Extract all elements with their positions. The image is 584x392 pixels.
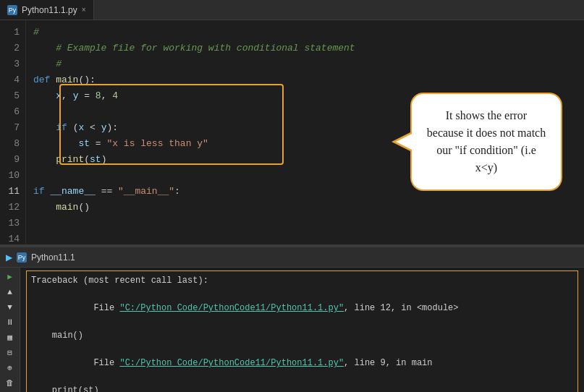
traceback-file2-label: File xyxy=(83,358,119,368)
traceback-header: Traceback (most recent call last): xyxy=(31,274,573,288)
line-num-1: 1 xyxy=(7,25,20,41)
line-numbers: 1 2 3 4 5 6 7 8 9 10 11 12 13 14 xyxy=(0,20,26,244)
run-up-button[interactable]: ▲ xyxy=(3,286,17,298)
line-num-9: 9 xyxy=(7,152,20,168)
code-line-2: # Example file for working with conditio… xyxy=(26,41,584,56)
run-panel: ▶ Py Python11.1 ▶ ▲ ▼ ⏸ ▦ ⊟ ⊕ 🗑 "C:\User… xyxy=(0,247,584,392)
line-num-3: 3 xyxy=(7,56,20,72)
run-pause-button[interactable]: ⏸ xyxy=(3,316,17,328)
error-output-box: Traceback (most recent call last): File … xyxy=(26,270,578,392)
tab-bar: Py Python11.1.py × xyxy=(0,0,584,20)
code-line-13 xyxy=(26,216,584,231)
code-line-4: def main(): xyxy=(26,72,584,88)
traceback-file1-rest: , line 12, in <module> xyxy=(344,303,458,313)
tab-label: Python11.1.py xyxy=(22,5,77,15)
run-module-label: Python11.1 xyxy=(31,252,75,263)
line-num-10: 10 xyxy=(7,168,20,184)
tab-close-button[interactable]: × xyxy=(82,6,86,14)
run-plus-button[interactable]: ⊕ xyxy=(3,362,17,374)
run-play-icon: ▶ xyxy=(6,252,12,263)
speech-bubble-text: It shows the error because it does not m… xyxy=(427,109,546,174)
python-file-tab[interactable]: Py Python11.1.py × xyxy=(0,0,94,20)
line-num-12: 12 xyxy=(7,200,20,216)
run-grid-button[interactable]: ▦ xyxy=(3,331,17,344)
run-title: ▶ Py Python11.1 xyxy=(6,252,75,263)
line-num-11: 11 xyxy=(7,184,20,200)
code-line-14 xyxy=(26,231,584,244)
run-header: ▶ Py Python11.1 xyxy=(0,247,584,268)
line-num-5: 5 xyxy=(7,88,20,104)
run-content: ▶ ▲ ▼ ⏸ ▦ ⊟ ⊕ 🗑 "C:\Users\DK\Desktop\Pyt… xyxy=(0,268,584,392)
line-num-7: 7 xyxy=(7,120,20,136)
traceback-main-call: main() xyxy=(31,329,573,343)
run-python-icon: Py xyxy=(17,252,27,263)
line-num-14: 14 xyxy=(7,231,20,244)
run-output: "C:\Users\DK\Desktop\Python code\Python … xyxy=(20,268,584,392)
traceback-file2: File "C:/Python Code/PythonCode11/Python… xyxy=(31,343,573,384)
line-num-6: 6 xyxy=(7,104,20,120)
line-num-13: 13 xyxy=(7,216,20,231)
traceback-file1-label: File xyxy=(83,303,119,313)
run-sidebar: ▶ ▲ ▼ ⏸ ▦ ⊟ ⊕ 🗑 xyxy=(0,268,20,392)
run-minus-button[interactable]: ⊟ xyxy=(3,346,17,359)
traceback-print-call: print(st) xyxy=(31,384,573,392)
code-line-3: # xyxy=(26,56,584,72)
code-editor[interactable]: # # Example file for working with condit… xyxy=(26,20,584,244)
line-num-2: 2 xyxy=(7,41,20,56)
traceback-file1: File "C:/Python Code/PythonCode11/Python… xyxy=(31,288,573,329)
code-line-1: # xyxy=(26,25,584,41)
traceback-link2[interactable]: "C:/Python Code/PythonCode11/Python11.1.… xyxy=(119,358,344,368)
editor-area: 1 2 3 4 5 6 7 8 9 10 11 12 13 14 # # Exa… xyxy=(0,20,584,244)
run-delete-button[interactable]: 🗑 xyxy=(3,377,17,389)
code-line-12: main() xyxy=(26,200,584,216)
run-play-button[interactable]: ▶ xyxy=(3,270,17,283)
line-num-4: 4 xyxy=(7,72,20,88)
traceback-link1[interactable]: "C:/Python Code/PythonCode11/Python11.1.… xyxy=(119,303,344,313)
python-tab-icon: Py xyxy=(7,5,17,15)
run-down-button[interactable]: ▼ xyxy=(3,301,17,313)
traceback-file2-rest: , line 9, in main xyxy=(344,358,432,368)
line-num-8: 8 xyxy=(7,136,20,152)
speech-bubble: It shows the error because it does not m… xyxy=(410,93,562,191)
